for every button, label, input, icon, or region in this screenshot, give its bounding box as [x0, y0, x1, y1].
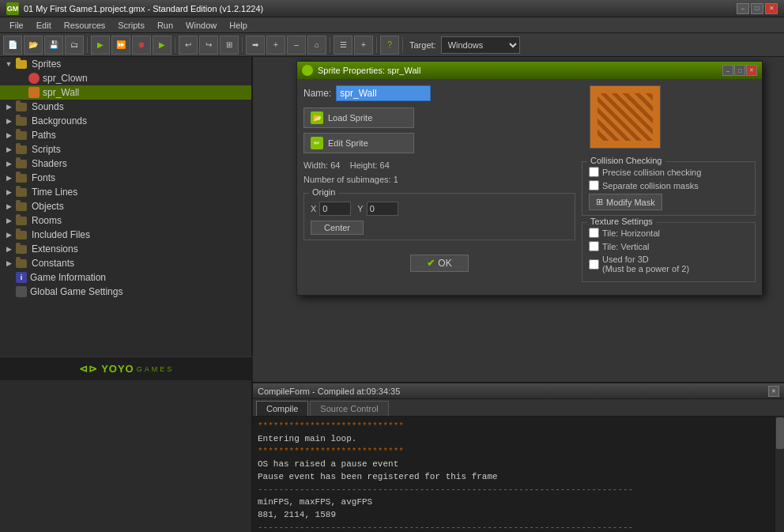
menu-scripts[interactable]: Scripts	[111, 19, 151, 32]
sidebar-item-sounds[interactable]: ▶ Sounds	[0, 100, 251, 114]
tb-zoom-out[interactable]: –	[287, 36, 306, 55]
tb-home[interactable]: ⌂	[307, 36, 326, 55]
sounds-folder-icon	[16, 102, 28, 111]
sounds-toggle[interactable]: ▶	[3, 101, 14, 112]
tb-sep6	[402, 37, 403, 53]
spr-clown-icon	[28, 73, 40, 84]
tile-h-check[interactable]	[589, 228, 599, 238]
tb-undo[interactable]: ↩	[179, 36, 198, 55]
sidebar-item-backgrounds[interactable]: ▶ Backgrounds	[0, 114, 251, 128]
used-3d-sub: (Must be a power of 2)	[602, 264, 689, 274]
tab-compile[interactable]: Compile	[256, 401, 308, 416]
sidebar-item-fonts[interactable]: ▶ Fonts	[0, 171, 251, 185]
tb-sep4	[330, 37, 330, 53]
fonts-toggle[interactable]: ▶	[3, 172, 14, 183]
menu-file[interactable]: File	[3, 19, 30, 32]
tb-zoom-in[interactable]: +	[266, 36, 285, 55]
sidebar-item-timelines[interactable]: ▶ Time Lines	[0, 185, 251, 199]
sidebar-item-shaders[interactable]: ▶ Shaders	[0, 157, 251, 171]
sidebar-item-sprites[interactable]: ▼ Sprites	[0, 57, 251, 71]
origin-y-input[interactable]	[367, 202, 398, 216]
extensions-toggle[interactable]: ▶	[3, 243, 14, 255]
included-toggle[interactable]: ▶	[3, 229, 14, 240]
tile-v-check[interactable]	[589, 241, 599, 251]
ok-button[interactable]: ✔ OK	[410, 255, 468, 272]
dialog-titlebar: Sprite Properties: spr_Wall – □ ✕	[297, 62, 762, 79]
modify-mask-button[interactable]: ⊞ Modify Mask	[589, 194, 662, 210]
texture-label: Texture Settings	[587, 217, 656, 226]
minimize-button[interactable]: –	[737, 3, 749, 14]
sidebar-item-extensions[interactable]: ▶ Extensions	[0, 242, 251, 256]
backgrounds-toggle[interactable]: ▶	[3, 115, 14, 126]
menu-help[interactable]: Help	[223, 19, 254, 32]
menu-resources[interactable]: Resources	[58, 19, 112, 32]
tile-h-label: Tile: Horizontal	[602, 228, 660, 238]
compile-content[interactable]: ****************************Entering mai…	[253, 417, 784, 532]
name-input[interactable]	[336, 85, 431, 101]
tb-arrow[interactable]: ➡	[246, 36, 265, 55]
precise-collision-check[interactable]	[589, 167, 599, 177]
tab-source-control[interactable]: Source Control	[310, 401, 388, 416]
shaders-toggle[interactable]: ▶	[3, 158, 14, 169]
scripts-toggle[interactable]: ▶	[3, 144, 14, 155]
backgrounds-label: Backgrounds	[32, 115, 87, 126]
sidebar-item-spr-wall[interactable]: spr_Wall	[0, 85, 251, 100]
tb-help[interactable]: ?	[380, 36, 399, 55]
sprites-folder-icon	[16, 59, 28, 69]
tb-grid[interactable]: ⊞	[220, 36, 239, 55]
rooms-toggle[interactable]: ▶	[3, 215, 14, 226]
sidebar-item-scripts[interactable]: ▶ Scripts	[0, 142, 251, 157]
tb-add[interactable]: +	[354, 36, 373, 55]
tb-redo[interactable]: ↪	[199, 36, 218, 55]
maximize-button[interactable]: □	[751, 3, 763, 14]
shaders-folder-icon	[16, 159, 28, 168]
tb-list[interactable]: ☰	[334, 36, 352, 55]
edit-sprite-button[interactable]: ✏ Edit Sprite	[303, 133, 414, 153]
objects-toggle[interactable]: ▶	[3, 201, 14, 212]
dialog-win-controls[interactable]: – □ ✕	[722, 65, 757, 76]
sprite-preview	[590, 85, 661, 149]
tb-open[interactable]: 📂	[24, 36, 43, 55]
sprites-toggle[interactable]: ▼	[3, 58, 14, 70]
sidebar-item-rooms[interactable]: ▶ Rooms	[0, 213, 251, 228]
dialog-close[interactable]: ✕	[746, 65, 757, 76]
tb-save-all[interactable]: 🗂	[65, 36, 84, 55]
center-button[interactable]: Center	[311, 221, 364, 235]
sidebar-item-spr-clown[interactable]: spr_Clown	[0, 71, 251, 85]
sidebar-item-paths[interactable]: ▶ Paths	[0, 128, 251, 142]
sidebar-item-global-settings[interactable]: Global Game Settings	[0, 285, 251, 299]
constants-toggle[interactable]: ▶	[3, 258, 14, 269]
sidebar-item-objects[interactable]: ▶ Objects	[0, 199, 251, 213]
used-3d-check[interactable]	[589, 259, 599, 270]
separate-masks-check[interactable]	[589, 180, 599, 191]
window-controls[interactable]: – □ ✕	[737, 3, 778, 14]
dialog-maximize[interactable]: □	[734, 65, 745, 76]
tb-stop[interactable]: ⏺	[132, 36, 151, 55]
load-sprite-button[interactable]: 📂 Load Sprite	[303, 108, 414, 128]
sidebar-item-constants[interactable]: ▶ Constants	[0, 256, 251, 270]
tb-run[interactable]: ▶	[91, 36, 110, 55]
origin-x-input[interactable]	[319, 202, 351, 216]
rooms-folder-icon	[16, 216, 28, 225]
scrollbar-thumb[interactable]	[776, 417, 784, 449]
menu-window[interactable]: Window	[179, 19, 223, 32]
close-button[interactable]: ✕	[765, 3, 778, 14]
menu-run[interactable]: Run	[151, 19, 179, 32]
tb-run-debug[interactable]: ⏩	[111, 36, 130, 55]
compile-close-button[interactable]: ✕	[768, 386, 779, 397]
dialog-minimize[interactable]: –	[722, 65, 733, 76]
precise-collision-row: Precise collision checking	[589, 167, 748, 177]
sidebar-item-game-info[interactable]: i Game Information	[0, 270, 251, 285]
target-dropdown[interactable]: Windows	[441, 36, 520, 54]
tb-run2[interactable]: ▶	[153, 36, 172, 55]
paths-toggle[interactable]: ▶	[3, 130, 14, 141]
game-info-label: Game Information	[30, 272, 106, 283]
timelines-toggle[interactable]: ▶	[3, 187, 14, 198]
yoyo-logo: ⊲⊳ YOYO GAMES	[0, 357, 253, 380]
compile-scrollbar[interactable]	[775, 417, 784, 532]
timelines-label: Time Lines	[32, 187, 77, 198]
menu-edit[interactable]: Edit	[30, 19, 58, 32]
tb-new[interactable]: 📄	[3, 36, 22, 55]
sidebar-item-included[interactable]: ▶ Included Files	[0, 228, 251, 242]
tb-save[interactable]: 💾	[44, 36, 63, 55]
